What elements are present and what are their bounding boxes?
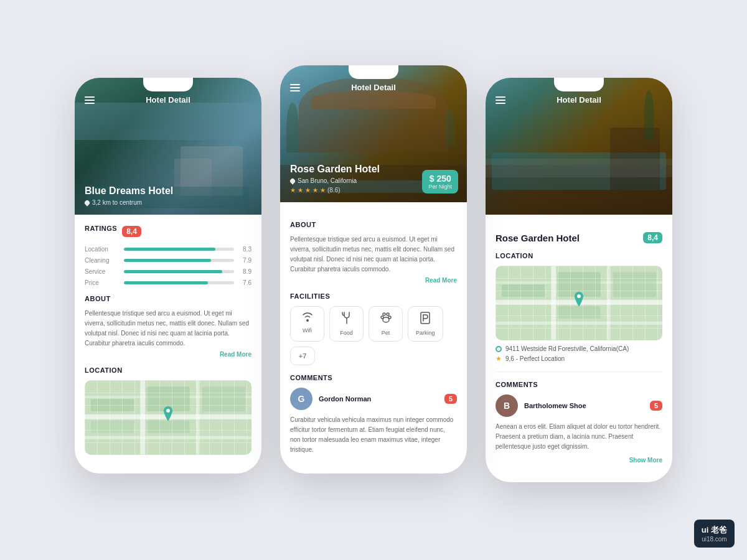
rating-label: Location xyxy=(85,246,119,253)
facilities-section: FACILITIES Wifi xyxy=(290,292,457,365)
menu-icon-3[interactable] xyxy=(496,96,505,104)
about-section-1: ABOUT Pellentesque tristique sed arcu a … xyxy=(85,295,251,358)
show-more-button-3[interactable]: Show More xyxy=(496,457,662,464)
menu-icon-1[interactable] xyxy=(85,96,95,104)
rating-bar-bg xyxy=(124,259,234,262)
map-1[interactable] xyxy=(85,380,251,455)
avatar-bartholomew: B xyxy=(496,394,518,417)
notch-1 xyxy=(143,78,193,91)
food-icon xyxy=(341,312,352,327)
about-title-2: ABOUT xyxy=(290,221,457,228)
ratings-title-1: RATINGS xyxy=(85,225,117,232)
hero-title-2: Hotel Detail xyxy=(351,83,396,92)
comment-score-1: 5 xyxy=(444,394,457,404)
notch-3 xyxy=(554,78,604,91)
rating-bar-fill xyxy=(124,259,211,262)
rating-label: Cleaning xyxy=(85,257,119,264)
phone-3: Hotel Detail Rose Garden Hotel 8,4 LOCAT… xyxy=(486,78,672,482)
comments-section-3: COMMENTS B Bartholomew Shoe 5 Aenean a e… xyxy=(496,381,662,464)
rating-bar-fill xyxy=(124,281,208,284)
hero-header-1: Hotel Detail xyxy=(75,95,261,105)
location-rating-text: 9,6 - Perfect Location xyxy=(505,355,565,362)
comment-text-1: Curabitur vehicula vehicula maximus nun … xyxy=(290,415,457,455)
comment-card-1: G Gordon Norman 5 Curabitur vehicula veh… xyxy=(290,388,457,455)
rating-row-price: Price 7.6 xyxy=(85,279,251,286)
location-rating-row: ★ 9,6 - Perfect Location xyxy=(496,355,662,363)
avatar-gordon: G xyxy=(290,388,312,410)
comment-name-3: Bartholomew Shoe xyxy=(524,402,644,409)
comments-title-3: COMMENTS xyxy=(496,381,662,388)
facility-more[interactable]: +7 xyxy=(290,347,315,365)
hero-title-3: Hotel Detail xyxy=(557,95,601,105)
rating-label: Service xyxy=(85,268,119,275)
rating-row-cleaning: Cleaning 7.9 xyxy=(85,257,251,264)
hotel-name-row-3: Rose Garden Hotel 8,4 xyxy=(496,232,662,243)
about-title-1: ABOUT xyxy=(85,295,251,302)
location-address-3: 9411 Westside Rd Forestville, California… xyxy=(505,345,629,352)
content-1: RATINGS 8,4 Location 8.3 Cleaning 7.9 xyxy=(75,215,261,474)
hotel-rating-badge-3: 8,4 xyxy=(643,232,662,243)
svg-point-27 xyxy=(577,294,581,298)
hotel-name-3: Rose Garden Hotel xyxy=(496,233,580,243)
phone-1: Hotel Detail Blue Dreams Hotel 3,2 km to… xyxy=(75,78,261,474)
facilities-grid: Wifi Food xyxy=(290,306,457,365)
location-pin-icon-1 xyxy=(83,199,90,206)
content-3: Rose Garden Hotel 8,4 LOCATION xyxy=(486,215,672,482)
hero-title-1: Hotel Detail xyxy=(146,95,190,105)
menu-icon-2[interactable] xyxy=(290,84,300,91)
facility-pet[interactable]: Pet xyxy=(369,306,403,342)
svg-point-12 xyxy=(383,313,385,315)
svg-rect-16 xyxy=(421,312,430,324)
facility-food[interactable]: Food xyxy=(329,306,364,342)
wifi-icon xyxy=(301,312,314,325)
facilities-title: FACILITIES xyxy=(290,292,457,300)
rating-row-location: Location 8.3 xyxy=(85,246,251,253)
hotel-location-1: 3,2 km to centrum xyxy=(85,199,251,206)
rating-row-service: Service 8.9 xyxy=(85,268,251,275)
rating-rows-1: Location 8.3 Cleaning 7.9 Service xyxy=(85,246,251,286)
hero-2: Hotel Detail Rose Garden Hotel San Bruno… xyxy=(280,65,467,202)
hero-header-3: Hotel Detail xyxy=(486,95,672,105)
location-circle-icon xyxy=(496,346,502,352)
location-section-1: LOCATION xyxy=(85,366,251,455)
about-text-1: Pellentesque tristique sed arcu a euismo… xyxy=(85,309,251,348)
rating-bar-fill xyxy=(124,248,215,251)
hotel-name-1: Blue Dreams Hotel xyxy=(85,185,251,197)
rating-bar-fill xyxy=(124,270,222,273)
rating-label: Price xyxy=(85,279,119,286)
content-2: ABOUT Pellentesque tristique sed arcu a … xyxy=(280,202,467,474)
comment-text-3: Aenean a eros elit. Etiam aliquet at dol… xyxy=(496,422,662,452)
ratings-badge-1: 8,4 xyxy=(122,226,141,237)
phone-2: Hotel Detail Rose Garden Hotel San Bruno… xyxy=(280,65,467,474)
hero-info-1: Blue Dreams Hotel 3,2 km to centrum xyxy=(85,185,251,206)
hero-1: Hotel Detail Blue Dreams Hotel 3,2 km to… xyxy=(75,78,261,215)
rating-bar-bg xyxy=(124,248,234,251)
about-text-2: Pellentesque tristique sed arcu a euismo… xyxy=(290,235,457,274)
comment-card-3: B Bartholomew Shoe 5 Aenean a eros elit.… xyxy=(496,394,662,464)
map-3[interactable] xyxy=(496,266,662,340)
facility-parking[interactable]: Parking xyxy=(408,306,443,342)
divider-3 xyxy=(496,371,662,372)
comment-score-3: 5 xyxy=(650,401,662,411)
read-more-button-1[interactable]: Read More xyxy=(85,351,251,358)
about-section-2: ABOUT Pellentesque tristique sed arcu a … xyxy=(290,221,457,284)
ratings-section-1: RATINGS 8,4 xyxy=(85,225,251,238)
facility-wifi[interactable]: Wifi xyxy=(290,306,324,342)
pet-icon xyxy=(380,312,392,327)
rating-bar-bg xyxy=(124,270,234,273)
notch-2 xyxy=(349,65,398,79)
watermark: ui 老爸 ui18.com xyxy=(694,520,735,548)
location-section-3: LOCATION xyxy=(496,252,662,363)
location-title-3: LOCATION xyxy=(496,252,662,259)
location-address-row: 9411 Westside Rd Forestville, California… xyxy=(496,345,662,352)
read-more-button-2[interactable]: Read More xyxy=(290,277,457,284)
location-pin-icon-2 xyxy=(289,177,296,184)
price-badge-2: $ 250 Per Night xyxy=(422,170,458,194)
watermark-line1: ui 老爸 xyxy=(702,525,727,536)
hero-3: Hotel Detail xyxy=(486,78,672,215)
location-title-1: LOCATION xyxy=(85,366,251,374)
comment-name-1: Gordon Norman xyxy=(319,395,438,403)
watermark-line2: ui18.com xyxy=(702,536,727,543)
rating-bar-bg xyxy=(124,281,234,284)
comments-section-2: COMMENTS G Gordon Norman 5 Curabitur veh… xyxy=(290,374,457,455)
